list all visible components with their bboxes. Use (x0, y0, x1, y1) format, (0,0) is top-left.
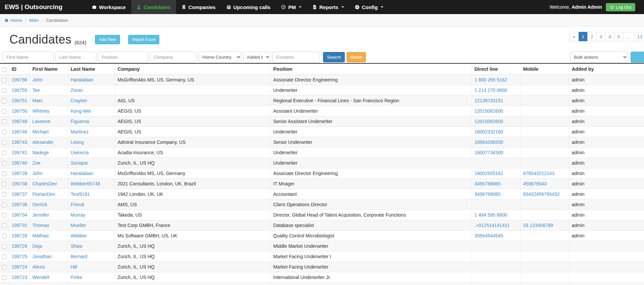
row-checkbox[interactable] (2, 78, 7, 82)
breadcrumb-home[interactable]: Home (10, 18, 22, 23)
first-name-link[interactable]: Alexander (33, 139, 54, 145)
row-checkbox[interactable] (2, 192, 7, 197)
first-name-link[interactable]: Michael (33, 129, 49, 134)
candidate-id-link[interactable]: 199731 (12, 223, 28, 228)
bulk-actions-select[interactable]: Bulk actions (570, 52, 628, 63)
direct-line-link[interactable]: 1 213 270 0600 (475, 88, 507, 93)
first-name-link[interactable]: John (33, 77, 43, 82)
added-by-select[interactable]: Added by (243, 52, 271, 63)
bulk-apply-button[interactable] (631, 52, 644, 63)
mobile-link[interactable]: 876543212143 (523, 171, 554, 176)
candidate-id-link[interactable]: 199756 (12, 77, 28, 82)
pagination-page-5[interactable]: 5 (614, 32, 624, 41)
direct-line-link[interactable]: 18002332160 (475, 129, 503, 134)
last-name-link[interactable]: Uwineza (71, 150, 89, 155)
row-checkbox[interactable] (2, 140, 7, 145)
first-name-link[interactable]: Jonathan (33, 254, 52, 259)
row-checkbox[interactable] (2, 203, 7, 207)
position-filter-input[interactable] (98, 52, 148, 63)
mobile-link[interactable]: 33 123456789 (523, 223, 553, 228)
candidate-id-link[interactable]: 199738 (12, 181, 28, 186)
nav-item-companies[interactable]: Companies (176, 0, 221, 14)
direct-line-link[interactable]: 3456789065 (475, 181, 501, 186)
last-name-link[interactable]: Murray (71, 212, 86, 218)
first-name-link[interactable]: Alexis (33, 264, 45, 270)
candidate-id-link[interactable]: 199748 (12, 119, 28, 124)
candidate-id-link[interactable]: 199741 (12, 150, 28, 155)
contains-filter-input[interactable] (272, 52, 320, 63)
pagination-page-2[interactable]: 2 (587, 32, 597, 41)
reset-button[interactable]: Reset (346, 52, 366, 62)
row-checkbox[interactable] (2, 171, 7, 176)
first-name-link[interactable]: Lavonne (33, 119, 51, 124)
pagination-page-13[interactable]: 13 (634, 32, 644, 41)
row-checkbox[interactable] (2, 213, 7, 218)
direct-line-link[interactable]: 12015082600 (475, 108, 503, 114)
first-name-link[interactable]: Jennifer (33, 212, 49, 218)
row-checkbox[interactable] (2, 234, 7, 238)
first-name-link[interactable]: Derrick (33, 202, 47, 207)
last-name-link[interactable]: Haralabian (71, 77, 94, 82)
add-new-button[interactable]: Add New (95, 35, 120, 44)
nav-item-reports[interactable]: Reports (307, 0, 350, 14)
nav-item-config[interactable]: Config (350, 0, 389, 14)
last-name-filter-input[interactable] (55, 52, 96, 63)
direct-line-link[interactable]: ,+012514141411 (475, 223, 509, 228)
last-name-link[interactable]: Zoran (71, 88, 83, 93)
last-name-link[interactable]: Figueroa (71, 119, 89, 124)
nav-item-upcoming-calls[interactable]: Upcoming calls (221, 0, 276, 14)
direct-line-link[interactable]: 12015082600 (475, 119, 503, 124)
row-checkbox[interactable] (2, 182, 7, 186)
pagination-page-…[interactable]: … (623, 32, 634, 41)
row-checkbox[interactable] (2, 161, 7, 166)
direct-line-link[interactable]: 1 800 255 5162 (475, 77, 507, 82)
candidate-id-link[interactable]: 199750 (12, 108, 28, 114)
nav-item-candidates[interactable]: Candidates (131, 0, 176, 14)
candidate-id-link[interactable]: 199723 (12, 275, 28, 280)
nav-item-workspace[interactable]: Workspace (87, 0, 131, 14)
select-all-checkbox[interactable] (2, 67, 7, 72)
pagination-page-4[interactable]: 4 (605, 32, 614, 41)
last-name-link[interactable]: Webber65748 (71, 181, 100, 186)
last-name-link[interactable]: Kong Wei (71, 108, 91, 114)
row-checkbox[interactable] (2, 109, 7, 114)
row-checkbox[interactable] (2, 223, 7, 228)
first-name-link[interactable]: Tee (33, 88, 40, 93)
pagination-page-«[interactable]: « (570, 32, 579, 41)
last-name-link[interactable]: Webber (71, 233, 87, 238)
last-name-link[interactable]: Bernard (71, 254, 88, 259)
mobile-link[interactable]: 459876543 (523, 181, 547, 186)
last-name-link[interactable]: Shaw (71, 243, 83, 249)
last-name-link[interactable]: Friend (71, 202, 84, 207)
candidate-id-link[interactable]: 199737 (12, 191, 28, 197)
first-name-link[interactable]: Zoe (33, 160, 41, 166)
last-name-link[interactable]: Haralabian (71, 171, 94, 176)
row-checkbox[interactable] (2, 265, 7, 270)
row-checkbox[interactable] (2, 244, 7, 249)
search-button[interactable]: Search (323, 52, 345, 62)
first-name-link[interactable]: Wendell (33, 275, 49, 280)
candidate-id-link[interactable]: 199740 (12, 160, 28, 166)
candidate-id-link[interactable]: 199746 (12, 129, 28, 134)
row-checkbox[interactable] (2, 88, 7, 93)
direct-line-link[interactable]: 35564544545 (475, 233, 503, 238)
first-name-link[interactable]: FlorianDev (33, 191, 55, 197)
first-name-filter-input[interactable] (3, 52, 54, 63)
first-name-link[interactable]: Whitney (33, 108, 50, 114)
first-name-link[interactable]: Marc (33, 98, 43, 103)
candidate-id-link[interactable]: 199724 (12, 264, 28, 270)
last-name-link[interactable]: Leong (71, 139, 84, 145)
mobile-link[interactable]: 65432456765432 (523, 191, 560, 197)
last-name-link[interactable]: Test9191 (71, 191, 90, 197)
direct-line-link[interactable]: 12138733151 (475, 98, 503, 103)
direct-line-link[interactable]: 18007734300 (475, 150, 503, 155)
row-checkbox[interactable] (2, 99, 7, 103)
row-checkbox[interactable] (2, 130, 7, 134)
candidate-id-link[interactable]: 199725 (12, 254, 28, 259)
candidate-id-link[interactable]: 199739 (12, 171, 28, 176)
row-checkbox[interactable] (2, 275, 7, 280)
last-name-link[interactable]: Pinke (71, 275, 83, 280)
row-checkbox[interactable] (2, 151, 7, 155)
direct-line-link[interactable]: 18564299200 (475, 139, 503, 145)
direct-line-link[interactable]: 18002555162 (475, 171, 503, 176)
